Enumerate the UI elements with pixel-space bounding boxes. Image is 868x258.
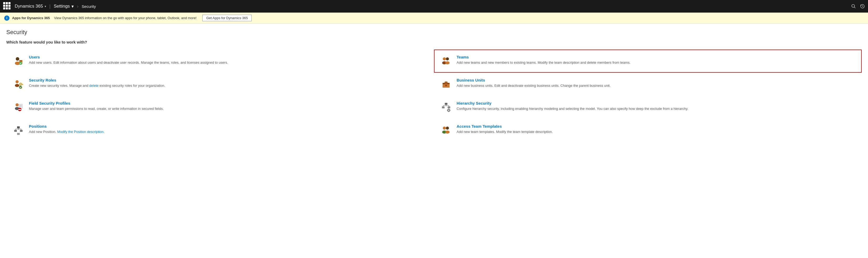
access-team-templates-text: Access Team Templates Add new team templ… [457,124,553,134]
svg-rect-50 [20,130,23,132]
svg-rect-18 [23,84,23,85]
svg-point-8 [19,62,22,65]
hierarchy-security-desc: Configure hierarchy security, including … [457,106,688,111]
teams-desc: Add new teams and new members to existin… [457,60,630,65]
page-subtitle: Which feature would you like to work wit… [6,40,862,44]
info-icon: i [4,15,9,21]
nav-separator-2: › [77,4,79,9]
positions-title[interactable]: Positions [29,124,104,128]
banner-text: View Dynamics 365 information on the go … [54,16,196,20]
access-team-templates-desc: Add new team templates. Modify the team … [457,130,553,134]
svg-rect-45 [448,111,449,112]
svg-point-43 [448,110,450,111]
svg-line-1 [854,7,856,8]
teams-icon [440,55,453,67]
feature-item-users[interactable]: Users Add new users. Edit information ab… [6,49,434,73]
get-apps-button[interactable]: Get Apps for Dynamics 365 [202,15,252,21]
settings-chevron: ▾ [71,4,74,9]
users-title[interactable]: Users [29,55,228,59]
svg-point-13 [16,80,19,83]
banner-title: Apps for Dynamics 365 [12,16,50,20]
users-feature-text: Users Add new users. Edit information ab… [29,55,228,65]
access-team-templates-title[interactable]: Access Team Templates [457,124,553,128]
svg-point-14 [15,84,20,87]
svg-rect-46 [447,110,448,111]
page-title: Security [6,29,862,36]
feature-item-security-roles[interactable]: Security Roles Create new security roles… [6,73,434,96]
nav-right-icons [851,4,865,9]
svg-rect-25 [445,85,447,86]
users-desc: Add new users. Edit information about us… [29,60,228,65]
svg-rect-47 [450,110,450,111]
teams-feature-text: Teams Add new teams and new members to e… [457,55,630,65]
svg-rect-51 [17,133,20,135]
page-content: Security Which feature would you like to… [0,24,868,147]
feature-item-field-security[interactable]: Field Security Profiles Manage user and … [6,96,434,119]
svg-rect-49 [14,130,17,132]
search-icon[interactable] [851,4,856,9]
security-roles-icon [12,78,25,90]
svg-rect-48 [17,126,20,128]
security-roles-text: Security Roles Create new security roles… [29,78,165,88]
feature-item-access-team-templates[interactable]: Access Team Templates Add new team templ… [434,119,862,142]
svg-point-59 [446,126,449,130]
field-security-text: Field Security Profiles Manage user and … [29,101,164,111]
svg-rect-35 [442,106,444,109]
feature-grid: Users Add new users. Edit information ab… [6,49,862,142]
business-units-title[interactable]: Business Units [457,78,611,82]
security-roles-desc: Create new security roles. Manage and de… [29,83,165,88]
app-title-chevron: ▾ [45,5,46,8]
svg-point-60 [445,131,450,134]
feature-item-teams[interactable]: Teams Add new teams and new members to e… [434,49,862,73]
svg-rect-34 [445,103,447,105]
svg-point-12 [445,61,450,65]
app-title[interactable]: Dynamics 365 ▾ [15,4,46,9]
app-grid-icon[interactable] [3,2,11,10]
svg-rect-33 [18,109,21,110]
security-roles-title[interactable]: Security Roles [29,78,165,82]
svg-point-20 [19,86,22,89]
section-label: Security [82,4,96,9]
svg-point-26 [16,103,19,106]
business-units-text: Business Units Add new business units. E… [457,78,611,88]
svg-rect-17 [22,84,23,84]
svg-point-0 [852,4,855,7]
svg-point-9 [443,58,446,61]
svg-point-11 [446,58,449,61]
business-units-desc: Add new business units. Edit and deactiv… [457,83,611,88]
svg-rect-36 [448,106,450,109]
svg-rect-6 [19,60,22,61]
info-banner: i Apps for Dynamics 365 View Dynamics 36… [0,12,868,24]
positions-icon [12,124,25,137]
hierarchy-security-icon [440,101,453,114]
business-units-icon [440,78,453,90]
users-icon [12,55,25,67]
settings-nav[interactable]: Settings ▾ [54,4,73,9]
field-security-desc: Manage user and team permissions to read… [29,106,164,111]
feature-item-hierarchy-security[interactable]: Hierarchy Security Configure hierarchy s… [434,96,862,119]
svg-point-3 [16,57,19,61]
svg-point-57 [443,126,446,130]
positions-text: Positions Add new Position. Modify the P… [29,124,104,134]
field-security-icon [12,101,25,114]
hierarchy-security-title[interactable]: Hierarchy Security [457,101,688,105]
svg-rect-19 [22,84,22,85]
positions-modify-link[interactable]: Modify the Position description [57,130,103,134]
feature-item-positions[interactable]: Positions Add new Position. Modify the P… [6,119,434,142]
top-navigation: Dynamics 365 ▾ | Settings ▾ › Security [0,0,868,12]
field-security-title[interactable]: Field Security Profiles [29,101,164,105]
svg-rect-24 [445,82,447,83]
history-icon[interactable] [860,4,865,9]
security-roles-delete-link[interactable]: delete [89,84,98,87]
feature-item-business-units[interactable]: Business Units Add new business units. E… [434,73,862,96]
positions-desc: Add new Position. Modify the Position de… [29,130,104,134]
access-team-templates-icon [440,124,453,137]
teams-title[interactable]: Teams [457,55,630,59]
nav-separator: | [50,4,51,9]
svg-rect-44 [448,109,449,109]
hierarchy-security-text: Hierarchy Security Configure hierarchy s… [457,101,688,111]
